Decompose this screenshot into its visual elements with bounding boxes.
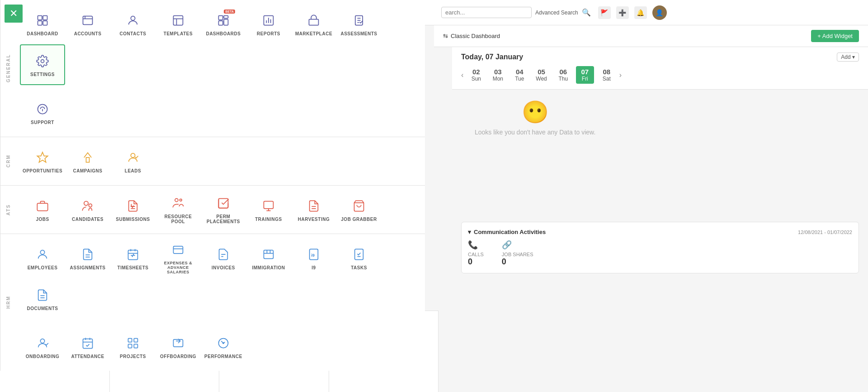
menu-item-assignments[interactable]: ASSIGNMENTS (65, 238, 110, 278)
candidates-icon (80, 198, 96, 214)
search-icon[interactable]: 🔍 (582, 8, 591, 17)
calls-item: 📞 CALLS 0 (468, 240, 484, 267)
menu-item-campaigns[interactable]: CAMPAIGNS (65, 141, 110, 182)
menu-item-dashboards[interactable]: BETA DASHBOARDS (201, 4, 246, 44)
menu-item-expenses[interactable]: EXPENSES & ADVANCE SALARIES (156, 238, 201, 278)
menu-item-submissions[interactable]: SUBMISSIONS (110, 189, 156, 230)
dashboards-label: DASHBOARDS (206, 31, 241, 36)
perm-placements-icon (215, 195, 231, 211)
opportunities-label: OPPORTUNITIES (23, 168, 62, 173)
date-item-mon[interactable]: 03Mon (489, 66, 507, 84)
comm-activities-title: ▾ Communication Activities (468, 229, 546, 235)
svg-point-65 (40, 339, 44, 343)
menu-item-support[interactable]: SUPPORT (20, 92, 65, 133)
menu-item-performance[interactable]: PERFORMANCE (201, 326, 246, 367)
settings-label: SETTINGS (30, 72, 55, 77)
menu-item-contacts[interactable]: CONTACTS (110, 4, 156, 44)
contacts-icon (125, 12, 141, 29)
expenses-label: EXPENSES & ADVANCE SALARIES (159, 261, 197, 274)
svg-rect-12 (224, 15, 228, 18)
menu-item-trainings[interactable]: TRAININGS (246, 189, 291, 230)
menu-item-reports[interactable]: REPORTS (246, 4, 291, 44)
next-date-arrow[interactable]: › (619, 71, 622, 79)
menu-item-immigration[interactable]: IMMIGRATION (246, 238, 291, 278)
svg-rect-72 (128, 344, 132, 348)
date-item-tue[interactable]: 04Tue (510, 66, 528, 84)
comm-activities-card: ▾ Communication Activities 12/08/2021 - … (461, 222, 859, 273)
date-item-sun[interactable]: 02Sun (467, 66, 485, 84)
calls-count: 0 (468, 257, 472, 267)
collapse-icon[interactable]: ▾ (468, 229, 471, 235)
onboarding-icon (34, 335, 51, 351)
navbar-icons: 🚩 ➕ 🔔 👤 (598, 5, 667, 20)
empty-state-text: Looks like you don't have any Data to vi… (475, 129, 595, 136)
add-date-button[interactable]: Add ▾ (837, 53, 859, 62)
menu-item-invoices[interactable]: INVOICES (201, 238, 246, 278)
plus-icon[interactable]: ➕ (616, 6, 629, 19)
menu-item-assessments[interactable]: ASSESSMENTS (336, 4, 382, 44)
menu-item-timesheets[interactable]: TIMESHEETS (110, 238, 156, 278)
svg-rect-37 (219, 199, 228, 208)
flag-icon[interactable]: 🚩 (598, 6, 611, 19)
resource-pool-label: RESOURCE POOL (159, 214, 197, 224)
date-item-sat[interactable]: 08Sat (598, 66, 616, 84)
date-item-thu[interactable]: 06Thu (554, 66, 572, 84)
date-item-wed[interactable]: 05Wed (532, 66, 550, 84)
menu-item-resource-pool[interactable]: RESOURCE POOL (156, 189, 201, 230)
menu-item-projects[interactable]: PROJECTS (110, 326, 156, 367)
menu-item-harvesting[interactable]: HARVESTING (291, 189, 336, 230)
menu-item-leads[interactable]: LEADS (110, 141, 156, 182)
menu-item-marketplace[interactable]: MARKETPLACE (291, 4, 336, 44)
avatar[interactable]: 👤 (652, 5, 667, 20)
accounts-label: ACCOUNTS (74, 31, 102, 36)
employees-icon (34, 246, 51, 263)
calls-icon: 📞 (468, 240, 478, 250)
menu-item-opportunities[interactable]: OPPORTUNITIES (20, 141, 65, 182)
svg-point-24 (41, 59, 44, 62)
svg-marker-27 (37, 152, 47, 162)
prev-date-arrow[interactable]: ‹ (461, 71, 463, 79)
resource-pool-icon (170, 195, 186, 211)
menu-item-jobs[interactable]: JOBS (20, 189, 65, 230)
menu-item-onboarding[interactable]: ONBOARDING (20, 326, 65, 367)
advanced-search-link[interactable]: Advanced Search (535, 10, 578, 16)
accounts-icon (80, 12, 96, 29)
svg-point-31 (84, 201, 88, 205)
dashboard-label: DASHBOARD (27, 31, 58, 36)
menu-item-candidates[interactable]: CANDIDATES (65, 189, 110, 230)
bell-icon[interactable]: 🔔 (634, 6, 647, 19)
immigration-icon (260, 246, 277, 263)
search-input[interactable] (441, 7, 532, 18)
timesheets-icon (125, 246, 141, 263)
contacts-label: CONTACTS (120, 31, 146, 36)
menu-item-attendance[interactable]: ATTENDANCE (65, 326, 110, 367)
menu-item-employees[interactable]: EMPLOYEES (20, 238, 65, 278)
menu-item-settings[interactable]: SETTINGS (20, 44, 65, 85)
menu-item-templates[interactable]: TEMPLATES (156, 4, 201, 44)
crm-items: OPPORTUNITIES CAMPAIGNS (16, 137, 159, 185)
svg-rect-13 (219, 21, 223, 25)
menu-item-perm-placements[interactable]: PERM PLACEMENTS (201, 189, 246, 230)
classic-dashboard-label[interactable]: ⇆ Classic Dashboard (443, 33, 500, 39)
comm-items-list: 📞 CALLS 0 🔗 JOB SHARES 0 (468, 240, 852, 267)
menu-item-documents[interactable]: DOCUMENTS (20, 278, 65, 319)
menu-item-job-grabber[interactable]: JOB GRABBER (336, 189, 382, 230)
svg-rect-38 (264, 201, 274, 208)
attendance-icon (80, 335, 96, 351)
svg-rect-66 (83, 339, 93, 348)
menu-item-dashboard[interactable]: DASHBOARD (20, 4, 65, 44)
job-shares-count: 0 (502, 257, 506, 267)
leads-icon (125, 149, 141, 166)
svg-rect-19 (309, 19, 319, 25)
date-item-fri-active[interactable]: 07Fri (576, 66, 594, 84)
assessments-icon (351, 12, 367, 29)
campaigns-icon (80, 149, 96, 166)
opportunities-icon (34, 149, 51, 166)
menu-item-tasks[interactable]: TASKS (336, 238, 382, 278)
close-button[interactable]: ✕ (4, 4, 24, 24)
menu-item-i9[interactable]: i9 I9 (291, 238, 336, 278)
menu-item-accounts[interactable]: ACCOUNTS (65, 4, 110, 44)
menu-item-offboarding[interactable]: OFFBOARDING (156, 326, 201, 367)
svg-rect-51 (174, 246, 183, 253)
add-widget-button[interactable]: + Add Widget (811, 30, 859, 42)
